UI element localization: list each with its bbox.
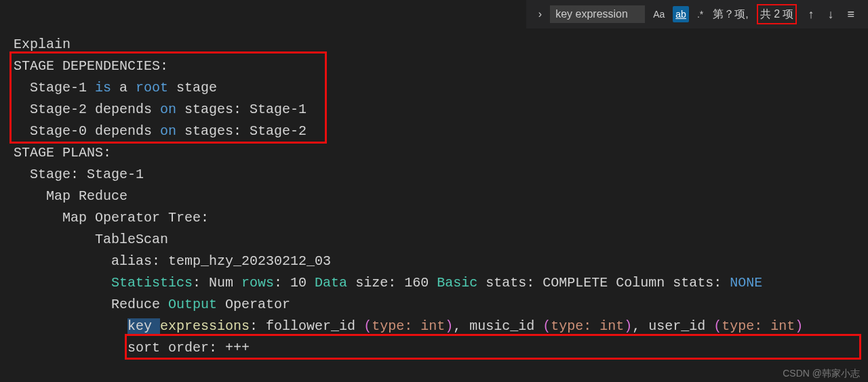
watermark: CSDN @韩家小志 — [783, 366, 860, 381]
code-line: sort order: +++ — [14, 337, 854, 359]
code-line: alias: temp_hzy_20230212_03 — [14, 251, 854, 272]
find-input[interactable] — [550, 5, 645, 23]
code-line: Stage: Stage-1 — [14, 164, 854, 186]
find-match-case[interactable]: Aa — [650, 6, 667, 22]
code-line: key expressions: follower_id (type: int)… — [14, 316, 854, 337]
code-line: STAGE DEPENDENCIES: — [14, 56, 854, 77]
code-line: Explain — [14, 34, 854, 56]
code-line: TableScan — [14, 229, 854, 251]
code-line: Stage-0 depends on stages: Stage-2 — [14, 121, 854, 142]
find-prev-icon[interactable]: ↑ — [804, 5, 818, 24]
find-match-word[interactable]: ab — [673, 6, 689, 22]
code-line: Statistics: Num rows: 10 Data size: 160 … — [14, 272, 854, 294]
find-toggle-icon[interactable]: › — [536, 5, 545, 23]
find-next-icon[interactable]: ↓ — [823, 5, 837, 24]
code-line: Map Reduce — [14, 186, 854, 207]
code-line: Map Operator Tree: — [14, 207, 854, 229]
code-line: Stage-2 depends on stages: Stage-1 — [14, 99, 854, 121]
editor-content[interactable]: Explain STAGE DEPENDENCIES: Stage-1 is a… — [0, 0, 868, 359]
find-bar: › Aa ab .* 第？项, 共 2 项 ↑ ↓ ≡ — [526, 0, 868, 28]
code-line: Stage-1 is a root stage — [14, 77, 854, 99]
find-status-prefix: 第？项, — [713, 5, 748, 23]
code-line: Reduce Output Operator — [14, 294, 854, 316]
find-regex[interactable]: .* — [694, 6, 706, 22]
code-line: STAGE PLANS: — [14, 142, 854, 164]
find-menu-icon[interactable]: ≡ — [843, 5, 859, 24]
match-highlight: key — [127, 318, 152, 334]
find-status-total: 共 2 项 — [757, 4, 797, 24]
